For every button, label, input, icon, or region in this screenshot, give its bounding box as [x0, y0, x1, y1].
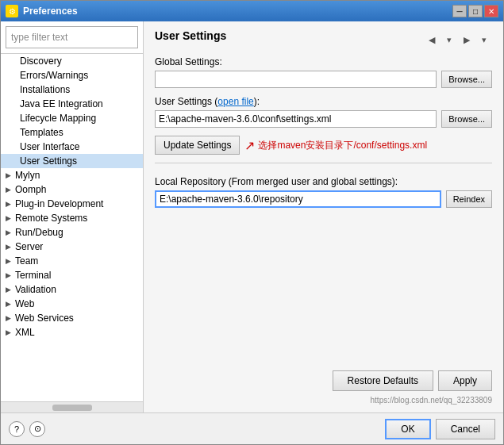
sidebar-item-lifecycle-mapping[interactable]: Lifecycle Mapping	[1, 111, 143, 125]
title-bar-left: ⚙ Preferences	[6, 5, 78, 17]
sidebar-item-installations[interactable]: Installations	[1, 82, 143, 97]
title-bar: ⚙ Preferences ─ □ ✕	[1, 1, 503, 21]
run-debug-arrow: ▶	[6, 228, 13, 236]
annotation-text: 选择maven安装目录下/conf/settings.xml	[258, 139, 427, 152]
ok-button[interactable]: OK	[385, 419, 430, 439]
sidebar-group-mylyn[interactable]: ▶ Mylyn	[1, 168, 143, 182]
web-label: Web	[15, 298, 34, 309]
update-settings-button[interactable]: Update Settings	[155, 136, 240, 155]
sidebar-item-errors-warnings[interactable]: Errors/Warnings	[1, 68, 143, 82]
search-input[interactable]	[6, 26, 138, 48]
local-repo-row: Reindex	[155, 190, 492, 208]
sidebar-group-server[interactable]: ▶ Server	[1, 240, 143, 254]
user-settings-input[interactable]	[155, 110, 437, 128]
server-arrow: ▶	[6, 243, 13, 251]
info-icon[interactable]: ⊙	[29, 421, 45, 437]
right-panel: User Settings ◀ ▾ ▶ ▾ Global Settings: B…	[144, 21, 503, 412]
mylyn-label: Mylyn	[15, 170, 40, 181]
validation-label: Validation	[15, 284, 56, 295]
global-settings-input[interactable]	[155, 71, 437, 88]
xml-arrow: ▶	[6, 328, 13, 336]
left-panel: Discovery Errors/Warnings Installations …	[1, 21, 144, 412]
panel-title: User Settings	[155, 29, 226, 42]
restore-defaults-button[interactable]: Restore Defaults	[333, 370, 433, 391]
search-box	[1, 21, 143, 54]
user-settings-label: User Settings (open file):	[155, 96, 492, 107]
oomph-arrow: ▶	[6, 186, 13, 194]
content-area: Discovery Errors/Warnings Installations …	[1, 21, 503, 412]
sidebar-item-user-interface[interactable]: User Interface	[1, 140, 143, 154]
sidebar-group-web-services[interactable]: ▶ Web Services	[1, 311, 143, 325]
sidebar-group-xml[interactable]: ▶ XML	[1, 325, 143, 340]
oomph-label: Oomph	[15, 184, 46, 195]
mylyn-arrow: ▶	[6, 171, 13, 179]
update-row: Update Settings ↗ 选择maven安装目录下/conf/sett…	[155, 136, 492, 155]
nav-arrows: ◀ ▾ ▶ ▾	[424, 33, 492, 47]
sidebar-group-oomph[interactable]: ▶ Oomph	[1, 182, 143, 197]
tree-area: Discovery Errors/Warnings Installations …	[1, 54, 143, 401]
local-repo-label: Local Repository (From merged user and g…	[155, 176, 492, 187]
sidebar-group-plugin-dev[interactable]: ▶ Plug-in Development	[1, 197, 143, 211]
team-arrow: ▶	[6, 257, 13, 265]
annotation-arrow-icon: ↗	[244, 138, 255, 153]
separator	[155, 163, 492, 163]
user-browse-button[interactable]: Browse...	[441, 110, 492, 128]
title-buttons: ─ □ ✕	[452, 5, 498, 17]
reindex-button[interactable]: Reindex	[446, 190, 492, 208]
help-icon[interactable]: ?	[9, 421, 25, 437]
bottom-left-icons: ? ⊙	[9, 421, 45, 437]
global-settings-label: Global Settings:	[155, 56, 492, 67]
user-settings-row: Browse...	[155, 110, 492, 128]
user-settings-prefix: User Settings (	[155, 96, 217, 107]
sidebar-group-run-debug[interactable]: ▶ Run/Debug	[1, 225, 143, 240]
right-panel-header: User Settings ◀ ▾ ▶ ▾	[155, 29, 492, 50]
sidebar-group-remote-systems[interactable]: ▶ Remote Systems	[1, 211, 143, 225]
web-arrow: ▶	[6, 300, 13, 308]
sidebar-group-terminal[interactable]: ▶ Terminal	[1, 268, 143, 282]
spacer	[155, 216, 492, 363]
window-icon: ⚙	[6, 5, 18, 17]
maximize-button[interactable]: □	[468, 5, 483, 17]
sidebar-item-user-settings[interactable]: User Settings	[1, 154, 143, 168]
run-debug-label: Run/Debug	[15, 227, 63, 238]
back-button[interactable]: ◀	[424, 33, 440, 47]
sidebar-group-web[interactable]: ▶ Web	[1, 297, 143, 311]
xml-label: XML	[15, 327, 35, 338]
dropdown-button[interactable]: ▾	[441, 33, 457, 47]
validation-arrow: ▶	[6, 286, 13, 293]
sidebar-item-java-ee[interactable]: Java EE Integration	[1, 97, 143, 111]
open-file-link[interactable]: open file	[217, 96, 253, 107]
global-settings-row: Browse...	[155, 71, 492, 88]
preferences-window: ⚙ Preferences ─ □ ✕ Discovery Errors/War…	[0, 0, 504, 445]
bottom-bar: ? ⊙ OK Cancel	[1, 412, 503, 444]
sidebar-group-team[interactable]: ▶ Team	[1, 254, 143, 268]
minimize-button[interactable]: ─	[452, 5, 467, 17]
web-services-label: Web Services	[15, 313, 74, 324]
cancel-button[interactable]: Cancel	[436, 419, 495, 439]
local-repo-input[interactable]	[155, 190, 441, 208]
terminal-label: Terminal	[15, 270, 51, 281]
global-browse-button[interactable]: Browse...	[441, 71, 492, 88]
remote-systems-label: Remote Systems	[15, 213, 87, 224]
user-settings-suffix: ):	[254, 96, 260, 107]
close-button[interactable]: ✕	[484, 5, 498, 17]
forward-button[interactable]: ▶	[459, 33, 475, 47]
sidebar-item-discovery[interactable]: Discovery	[1, 54, 143, 68]
apply-button[interactable]: Apply	[438, 370, 492, 391]
plugin-dev-label: Plug-in Development	[15, 198, 103, 209]
remote-systems-arrow: ▶	[6, 214, 13, 222]
sidebar-item-templates[interactable]: Templates	[1, 125, 143, 140]
server-label: Server	[15, 241, 43, 252]
sidebar-group-validation[interactable]: ▶ Validation	[1, 282, 143, 297]
window-title: Preferences	[23, 6, 78, 17]
web-services-arrow: ▶	[6, 314, 13, 322]
forward-dropdown-button[interactable]: ▾	[476, 33, 492, 47]
plugin-dev-arrow: ▶	[6, 200, 13, 208]
team-label: Team	[15, 255, 38, 267]
bottom-right-buttons: OK Cancel	[385, 419, 495, 439]
terminal-arrow: ▶	[6, 271, 13, 279]
action-row: Restore Defaults Apply	[155, 370, 492, 391]
watermark: https://blog.csdn.net/qq_32233809	[155, 391, 492, 405]
